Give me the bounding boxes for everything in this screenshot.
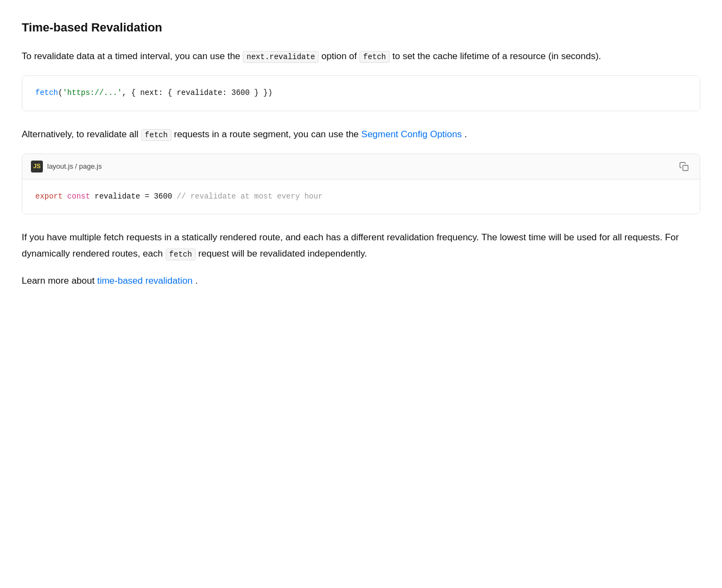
paragraph-4-after: . [195, 276, 198, 286]
inline-code-fetch-1: fetch [359, 51, 390, 63]
paragraph-4-before: Learn more about [22, 276, 97, 286]
token-fetch: fetch [35, 88, 58, 97]
token-options: , { next: { revalidate: [122, 88, 232, 97]
inline-code-next-revalidate: next.revalidate [243, 51, 319, 63]
code-block-revalidate-export: JS layout.js / page.js export const reva… [22, 154, 700, 215]
page-heading: Time-based Revalidation [22, 17, 700, 37]
copy-icon [679, 162, 689, 171]
code-content-2: export const revalidate = 3600 // revali… [22, 180, 700, 214]
token-revalidate: revalidate = [90, 192, 154, 201]
paragraph-2: Alternatively, to revalidate all fetch r… [22, 126, 700, 143]
code-content-1: fetch('https://...', { next: { revalidat… [22, 76, 700, 111]
svg-rect-0 [683, 165, 688, 170]
paragraph-1: To revalidate data at a timed interval, … [22, 48, 700, 65]
token-number-2: 3600 [154, 192, 172, 201]
paragraph-2-before: Alternatively, to revalidate all [22, 129, 141, 139]
copy-button[interactable] [677, 159, 691, 174]
token-url: 'https://...' [62, 88, 122, 97]
code-block-header: JS layout.js / page.js [22, 154, 700, 180]
paragraph-1-after: to set the cache lifetime of a resource … [392, 51, 601, 61]
paragraph-3: If you have multiple fetch requests in a… [22, 229, 700, 262]
code-block-filename: layout.js / page.js [47, 161, 102, 172]
code-block-header-left: JS layout.js / page.js [31, 161, 102, 172]
segment-config-link[interactable]: Segment Config Options [362, 129, 462, 139]
paragraph-1-before: To revalidate data at a timed interval, … [22, 51, 243, 61]
inline-code-fetch-2: fetch [141, 129, 172, 141]
time-based-revalidation-link[interactable]: time-based revalidation [97, 276, 193, 286]
paragraph-2-after: . [465, 129, 467, 139]
token-comment: // revalidate at most every hour [172, 192, 322, 201]
code-block-fetch-revalidate: fetch('https://...', { next: { revalidat… [22, 75, 700, 111]
paragraph-1-middle: option of [321, 51, 359, 61]
token-const: const [62, 192, 90, 201]
paragraph-3-after: request will be revalidated independentl… [198, 248, 367, 259]
token-number-1: 3600 [231, 88, 250, 97]
paragraph-4: Learn more about time-based revalidation… [22, 273, 700, 289]
inline-code-fetch-3: fetch [166, 248, 196, 260]
paragraph-2-middle: requests in a route segment, you can use… [174, 129, 362, 139]
token-export: export [35, 192, 62, 201]
token-end: } }) [250, 88, 273, 97]
js-badge: JS [31, 161, 43, 172]
